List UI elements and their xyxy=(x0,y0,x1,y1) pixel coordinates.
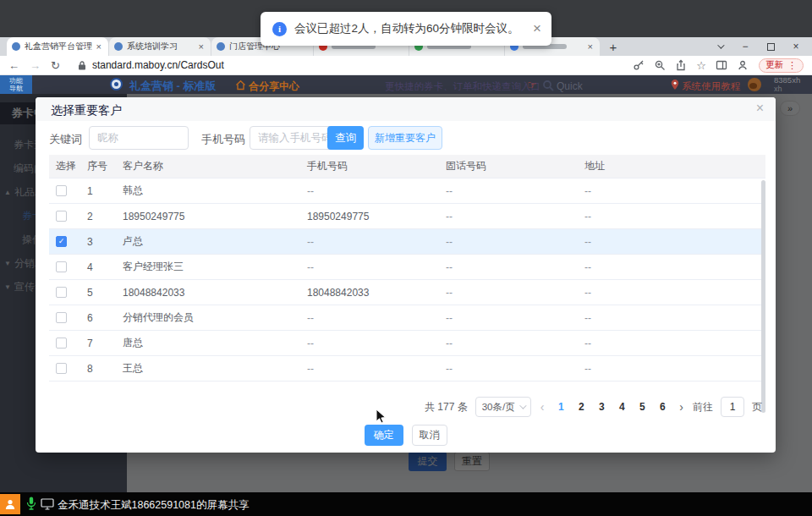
tutorial-pin-icon xyxy=(670,79,680,91)
url-text[interactable]: standard.maboy.cn/CardsOut xyxy=(92,59,224,71)
pagination: 共 177 条 30条/页 ‹ 123456 › 前往 页 xyxy=(425,396,762,418)
modal-header: 选择重要客户 × xyxy=(36,97,776,121)
table-row[interactable]: 8王总------ xyxy=(49,356,765,382)
add-customer-button[interactable]: 新增重要客户 xyxy=(368,126,442,150)
reload-icon[interactable]: ↻ xyxy=(51,59,60,72)
tab-close-icon[interactable]: × xyxy=(95,41,103,52)
page-number[interactable]: 4 xyxy=(614,401,629,413)
table-row[interactable]: 4客户经理张三------ xyxy=(49,255,765,280)
column-header: 手机号码 xyxy=(307,159,446,173)
row-checkbox[interactable] xyxy=(56,211,67,222)
modal-close-icon[interactable]: × xyxy=(756,101,764,116)
cell-name: 分销代理的会员 xyxy=(123,310,307,325)
table-row[interactable]: ✓3卢总------ xyxy=(49,229,765,255)
page-number[interactable]: 6 xyxy=(655,401,670,413)
zoom-icon[interactable] xyxy=(654,59,666,71)
cell-name: 卢总 xyxy=(123,234,307,249)
bookmark-star-icon[interactable]: ☆ xyxy=(696,60,706,71)
notification-close-icon[interactable]: × xyxy=(533,20,541,37)
cell-landline: -- xyxy=(446,287,584,299)
cell-phone: -- xyxy=(307,236,446,248)
share-icon[interactable] xyxy=(675,59,687,71)
cell-no: 1 xyxy=(87,185,123,197)
quick-search-icon[interactable] xyxy=(542,80,554,91)
table-row[interactable]: 21895024977518950249775---- xyxy=(49,204,765,229)
tab-label: 礼盒营销平台管理中心 xyxy=(25,41,92,52)
prev-page-icon[interactable]: ‹ xyxy=(539,400,546,414)
table-header-row: 选择序号客户名称手机号码固话号码地址 xyxy=(49,155,765,178)
promo-text: 更快捷的券卡、订单和快递查询入口 xyxy=(385,80,540,93)
user-avatar[interactable] xyxy=(748,78,761,91)
pointing-hand-icon: ☞ xyxy=(527,79,537,91)
screen: 礼盒营销平台管理中心×系统培训学习×门店管理中心× + − × ← → ↻ st… xyxy=(0,0,812,516)
brand-title: 礼盒营销 - 标准版 xyxy=(129,79,217,94)
cell-name: 客户经理张三 xyxy=(123,260,307,274)
browser-tab[interactable]: 系统培训学习× xyxy=(109,37,211,56)
brand-logo xyxy=(110,78,123,91)
page-number[interactable]: 2 xyxy=(573,401,589,413)
chrome-update-button[interactable]: 更新 ⋮ xyxy=(759,58,804,73)
page-number[interactable]: 1 xyxy=(553,401,568,413)
forward-icon[interactable]: → xyxy=(30,59,41,72)
tab-favicon-icon xyxy=(114,42,123,51)
query-button[interactable]: 查询 xyxy=(327,126,364,150)
row-checkbox[interactable] xyxy=(56,185,67,196)
person-icon[interactable] xyxy=(0,494,20,514)
cell-name: 18950249775 xyxy=(123,211,307,222)
row-checkbox[interactable]: ✓ xyxy=(56,236,67,247)
confirm-button[interactable]: 确定 xyxy=(365,425,403,446)
table-scrollbar[interactable] xyxy=(761,180,765,413)
table-row[interactable]: 1韩总------ xyxy=(49,178,765,204)
nav-line2: 导航 xyxy=(0,85,32,92)
password-key-icon[interactable] xyxy=(633,59,645,71)
row-checkbox[interactable] xyxy=(56,312,67,323)
screen-share-bar: 金禾通技术王斌18662591081的屏幕共享 xyxy=(0,492,812,516)
cancel-button[interactable]: 取消 xyxy=(412,425,447,446)
table-header: 选择序号客户名称手机号码固话号码地址 xyxy=(49,155,765,178)
cell-address: -- xyxy=(584,236,765,248)
next-page-icon[interactable]: › xyxy=(678,400,685,414)
tutorial-link[interactable]: 系统使用教程 xyxy=(682,80,740,93)
cell-phone: -- xyxy=(307,261,446,273)
table-row[interactable]: 51804884203318048842033---- xyxy=(49,280,765,305)
quick-search-label[interactable]: Quick xyxy=(557,80,583,92)
checkbox-cell xyxy=(49,185,87,196)
page-number[interactable]: 3 xyxy=(594,401,609,413)
tab-close-icon[interactable]: × xyxy=(197,41,206,52)
cell-address: -- xyxy=(584,312,765,324)
cell-no: 6 xyxy=(87,312,123,324)
cell-address: -- xyxy=(584,185,765,197)
window-menu-icon[interactable] xyxy=(714,41,726,52)
window-minimize-icon[interactable]: − xyxy=(739,41,751,52)
page-number[interactable]: 5 xyxy=(634,401,650,413)
back-icon[interactable]: ← xyxy=(8,59,19,72)
browser-tab[interactable]: 礼盒营销平台管理中心× xyxy=(7,37,108,56)
cell-landline: -- xyxy=(446,312,584,324)
share-center-link[interactable]: 合分享中心 xyxy=(249,80,299,94)
meeting-notification: i 会议已超过2人，自动转为60分钟限时会议。 × xyxy=(261,12,551,46)
cell-phone: -- xyxy=(307,363,446,375)
function-nav-toggle[interactable]: 功能 导航 xyxy=(0,75,32,94)
row-checkbox[interactable] xyxy=(56,363,67,374)
column-header: 固话号码 xyxy=(446,159,584,173)
tab-label: 系统培训学习 xyxy=(127,41,178,52)
column-header: 客户名称 xyxy=(123,159,307,173)
jump-page-input[interactable] xyxy=(721,397,744,417)
window-maximize-icon[interactable] xyxy=(765,41,776,52)
page-size-select[interactable]: 30条/页 xyxy=(475,397,531,417)
keyword-input[interactable] xyxy=(89,126,189,150)
profile-icon[interactable] xyxy=(737,59,749,71)
chrome-menu-icon[interactable]: ⋮ xyxy=(787,60,797,71)
tab-close-icon[interactable]: × xyxy=(586,41,595,52)
microphone-icon xyxy=(26,497,36,514)
table-row[interactable]: 6分销代理的会员------ xyxy=(49,305,765,331)
row-checkbox[interactable] xyxy=(56,261,67,272)
row-checkbox[interactable] xyxy=(56,338,67,349)
phone-label: 手机号码 xyxy=(201,132,245,147)
nav-line1: 功能 xyxy=(0,77,32,85)
table-row[interactable]: 7唐总------ xyxy=(49,331,765,356)
new-tab-button[interactable]: + xyxy=(605,39,622,56)
window-close-icon[interactable]: × xyxy=(790,41,802,52)
row-checkbox[interactable] xyxy=(56,287,67,298)
side-panel-icon[interactable] xyxy=(716,59,727,71)
